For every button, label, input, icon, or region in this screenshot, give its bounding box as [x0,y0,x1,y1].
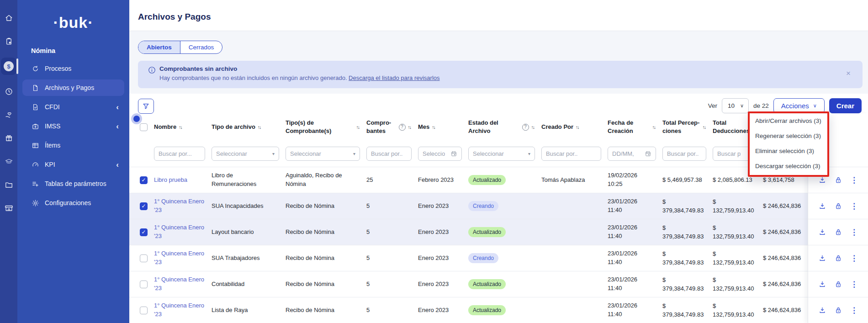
tab-abiertos[interactable]: Abiertos [138,41,180,53]
file-name-link[interactable]: 1° Quincena Enero '23 [154,276,204,291]
kebab-menu-icon[interactable]: ⋮ [850,254,858,262]
filter-placeholder: Seleccionar [216,150,247,157]
sort-icon[interactable]: ↑↓ [703,124,707,130]
sidebar-item--tems[interactable]: Ítems [22,137,124,154]
close-icon[interactable]: × [846,69,851,78]
tasks-icon[interactable] [2,34,16,48]
sidebar-item-cfdi[interactable]: CFDI‹ [22,99,124,115]
help-icon[interactable]: ? [399,124,406,131]
sidebar-item-label: IMSS [45,122,60,130]
download-icon[interactable] [818,176,826,184]
sidebar-item-imss[interactable]: IMSS‹ [22,118,124,134]
menu-item-1[interactable]: Abrir/Cerrar archivos (3) [750,113,827,128]
file-name-link[interactable]: 1° Quincena Enero '23 [154,302,204,318]
tab-cerrados[interactable]: Cerrados [180,41,222,53]
lock-icon[interactable] [834,176,842,184]
status-badge: Actualizado [468,227,506,237]
menu-item-2[interactable]: Regenerar selección (3) [750,128,827,143]
row-checkbox[interactable]: ✓ [140,228,148,236]
lock-icon[interactable] [834,306,842,314]
row-checkbox[interactable] [140,254,148,262]
lock-icon[interactable] [834,228,842,236]
actions-button-label: Acciones [781,102,809,110]
gifts-icon[interactable] [2,131,16,145]
sort-icon[interactable]: ↑↓ [432,124,436,130]
kebab-menu-icon[interactable]: ⋮ [850,281,858,288]
filter-text-total_perceptions[interactable]: Buscar por.. [662,147,706,161]
table-header-row: Nombre↑↓Tipo de archivo↑↓Tipo(s) de Comp… [129,113,808,141]
filter-select-status[interactable]: Seleccionar▾ [468,147,535,161]
time-icon[interactable] [2,85,16,98]
filter-date-month[interactable]: Seleccio [418,147,462,161]
sort-icon[interactable]: ↑↓ [258,124,262,130]
home-icon[interactable] [2,11,16,25]
kebab-menu-icon[interactable]: ⋮ [850,202,858,210]
sidebar-item-configuraciones[interactable]: Configuraciones [22,195,124,211]
lock-icon[interactable] [834,254,842,262]
kebab-menu-icon[interactable]: ⋮ [850,228,858,236]
sort-icon[interactable]: ↑↓ [408,124,412,130]
help-icon[interactable]: ? [522,124,529,131]
filter-text-name[interactable]: Buscar por... [154,147,205,161]
filter-text-created_by[interactable]: Buscar por.. [541,147,601,161]
cell-receipts_count: 5 [366,306,412,315]
education-icon[interactable] [2,154,16,168]
company-icon[interactable] [2,201,16,215]
sidebar-item-label: Ítems [45,142,60,149]
download-icon[interactable] [818,202,826,210]
download-icon[interactable] [818,280,826,288]
lock-icon[interactable] [834,280,842,288]
created-time: 11:40 [608,232,656,241]
filter-select-receipt_types[interactable]: Seleccionar▾ [286,147,360,161]
chevron-left-icon: ‹ [116,122,119,130]
file-name-link[interactable]: 1° Quincena Enero '23 [154,224,204,239]
benefits-icon[interactable] [2,108,16,122]
files-icon[interactable] [2,178,16,191]
file-name-link[interactable]: 1° Quincena Enero '23 [154,250,204,265]
sort-icon[interactable]: ↑↓ [652,124,656,130]
filter-text-receipts_count[interactable]: Buscar por.. [366,147,412,161]
banner-text: Hay comprobantes que no están incluidos … [159,74,440,81]
sidebar-item-tablas-de-par-metros[interactable]: Tablas de parámetros [22,175,124,192]
lock-icon[interactable] [834,202,842,210]
download-icon[interactable] [818,306,826,314]
download-icon[interactable] [818,254,826,262]
sort-icon[interactable]: ↑↓ [531,124,535,130]
select-all-checkbox[interactable] [140,123,148,131]
sort-icon[interactable]: ↑↓ [179,124,183,130]
created-time: 11:40 [608,206,656,215]
payroll-icon[interactable]: $ [1,58,16,75]
sidebar-item-procesos[interactable]: Procesos [22,60,124,77]
table-body: ✓Libro pruebaLibro de RemuneracionesAgui… [129,167,808,323]
cell-month: Enero 2023 [418,228,462,237]
banner-download-link[interactable]: Descarga el listado para revisarlos [349,74,439,81]
kebab-menu-icon[interactable]: ⋮ [850,176,858,184]
sidebar-item-kpi[interactable]: KPI‹ [22,156,124,173]
gear-icon [31,199,39,207]
row-checkbox[interactable]: ✓ [140,176,148,184]
cell-file_type: Lista de Raya [212,306,279,315]
cell-month: Enero 2023 [418,254,462,263]
sort-icon[interactable]: ↑↓ [576,124,580,130]
download-icon[interactable] [818,228,826,236]
row-checkbox[interactable]: ✓ [140,202,148,210]
kebab-menu-icon[interactable]: ⋮ [850,307,858,314]
column-header-created_at: Fecha de Creación [608,119,650,135]
sidebar-item-archivos-y-pagos[interactable]: Archivos y Pagos [22,79,124,96]
filter-select-file_type[interactable]: Seleccionar▾ [212,147,279,161]
create-button[interactable]: Crear [829,98,862,113]
sort-icon[interactable]: ↑↓ [356,124,360,130]
filter-date-created_at[interactable]: DD/MM, [608,147,656,161]
status-badge: Creando [468,253,498,263]
row-checkbox[interactable] [140,307,148,314]
page-title: Archivos y Pagos [138,12,211,22]
menu-item-4[interactable]: Descargar selección (3) [750,159,827,174]
file-name-link[interactable]: Libro prueba [154,176,187,183]
selection-indicator-dot[interactable] [133,116,140,122]
cell-total_deductions: $ 2,085,806.13 [713,175,757,185]
filter-button[interactable] [138,99,154,114]
menu-item-3[interactable]: Eliminar selección (3) [750,143,827,159]
page-size-select[interactable]: 10 ∨ [722,98,749,113]
file-name-link[interactable]: 1° Quincena Enero '23 [154,198,204,213]
row-checkbox[interactable] [140,281,148,288]
